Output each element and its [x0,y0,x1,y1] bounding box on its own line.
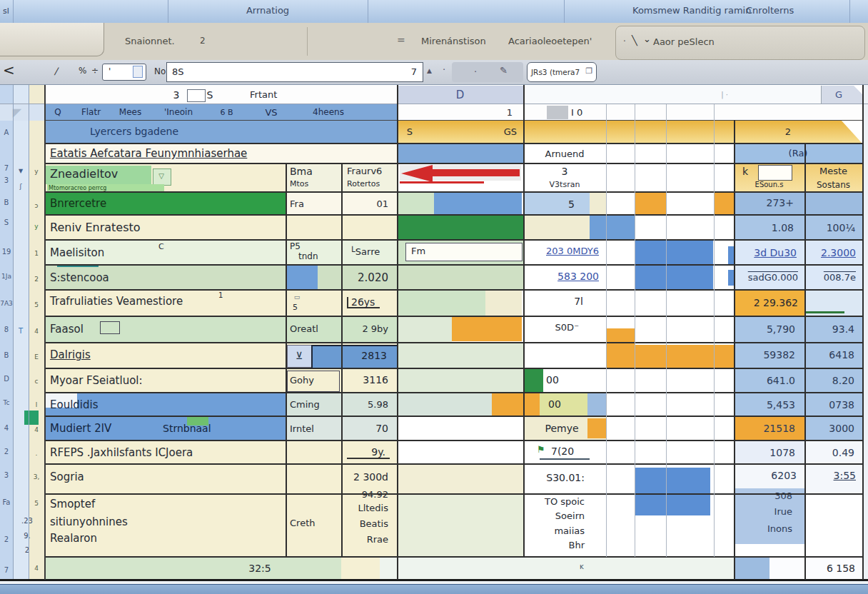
section-title[interactable]: Lyercers bgadene [90,120,290,144]
ribbon-menu1[interactable]: Mirenánstison [421,36,486,46]
dropdown-icon[interactable]: ▽ [153,169,170,183]
row-label-sstencooa[interactable]: S:stencooa [50,266,193,290]
cell[interactable]: V3tsran [523,178,606,191]
row-header[interactable]: D [0,373,13,385]
cell[interactable]: 00 [531,369,574,391]
col-header-d[interactable]: D [397,86,523,104]
cell-selected-value[interactable]: 2813 [311,345,391,366]
cell[interactable]: 00 [523,393,586,416]
cell[interactable]: 0.49 [804,441,859,464]
cell[interactable]: 100¼ [804,216,859,240]
row-header[interactable]: B [0,197,13,208]
row-label-maelisiton[interactable]: Maelisiton [50,241,164,265]
filter-label[interactable]: Zneadieltov [50,165,150,183]
cell[interactable]: S30.01: [523,468,589,487]
cell[interactable]: 2 29.362 [734,291,802,315]
row-header[interactable]: 9. [13,530,41,542]
row-header[interactable]: 2 [0,446,13,458]
cell[interactable]: 5.98 [341,393,393,416]
percent-icon[interactable]: % [79,66,86,76]
cell[interactable]: I 0 [571,105,604,120]
row-label-bnrercetre[interactable]: Bnrercetre [50,193,207,215]
row-header[interactable]: B [0,350,13,361]
row-label-myoar[interactable]: Myoar FSeiatluol: [50,369,214,393]
cell[interactable]: S [401,120,418,144]
cell-sostans[interactable]: Sostans [804,178,862,191]
formula-input[interactable]: 8S 7 [166,62,423,82]
cell[interactable]: 2.3000 [804,241,860,265]
row-header[interactable]: Fa [0,497,13,508]
row-header[interactable]: 2 [13,545,41,556]
cell[interactable]: 641.0 [734,369,799,393]
name-box[interactable]: ' [102,64,146,81]
cell[interactable]: 2.020 [341,266,393,290]
row-label-trafruliaties[interactable]: Trafruliaties Veamestiore [50,291,236,312]
cell[interactable]: 1 [397,104,517,121]
row-header[interactable]: 7A3 [0,298,13,309]
cell[interactable]: 583 200 [523,268,603,285]
cell[interactable]: sadG0.000 [734,266,802,290]
row-header[interactable]: Tc [0,397,13,408]
ribbon-action-label[interactable]: Aaor peSlecn [653,36,715,47]
row-header[interactable]: 8 [0,324,13,336]
cell[interactable]: Creth [290,514,337,533]
cell-total[interactable]: 6 158 [801,558,859,579]
bottom-scroll-bar[interactable] [0,584,868,594]
cell[interactable]: 6203 [734,466,801,485]
row-label-faasol[interactable]: Faasol [50,317,121,341]
cell[interactable]: 3 [523,163,606,179]
tab-mees[interactable]: Mees [111,104,150,121]
cell-total[interactable]: 32:5 [240,558,280,579]
cell[interactable]: 008.7e [804,266,860,290]
ribbon-menu2[interactable]: Acariaoleoetepen' [508,36,592,46]
tab-4heens[interactable]: 4heens [296,104,360,121]
cell[interactable]: 3116 [341,369,393,391]
cell[interactable]: TO spoic [523,494,589,510]
row-header[interactable]: 3 [0,175,13,186]
glyph[interactable]: ⊻ [288,346,310,366]
row-header[interactable]: S [0,217,13,228]
row-header[interactable]: 7 [0,163,13,174]
tab-ineoin[interactable]: 'Ineoin [150,104,207,121]
cell[interactable]: Inons [734,521,797,537]
row-header[interactable]: 4 [0,423,13,434]
cell[interactable]: Gohy [290,369,335,391]
cell[interactable]: 7l [523,293,587,310]
superscript[interactable]: 1 [218,290,227,301]
cell[interactable]: ESoun.s [734,179,804,191]
cell[interactable]: Bhr [523,538,589,553]
cell[interactable]: 5 [523,194,579,214]
col-header-g[interactable]: G [821,86,857,104]
cell[interactable]: 3000 [804,417,859,441]
cell[interactable]: 2 [775,120,801,144]
superscript[interactable]: C [158,241,168,253]
cell[interactable]: 70 [341,417,393,441]
cell-fm[interactable]: Fm [411,243,440,260]
cell[interactable]: Irntel [290,417,337,441]
cell[interactable]: maiias [523,523,589,539]
reference-box[interactable]: JRs3 (tmera7 ❐ [527,62,597,82]
menu-komsmew[interactable]: Komsmew Randitig ramin [632,5,751,16]
ribbon-group1-label[interactable]: Snaionnet. [125,36,175,46]
divide-icon[interactable]: ÷ [91,66,99,76]
cell[interactable]: 3:55 [804,466,860,485]
ribbon-left-panel[interactable] [0,23,104,56]
col-title-arnuend[interactable]: Arnuend [523,144,606,163]
cell[interactable]: 01 [341,193,393,215]
cell[interactable]: 6418 [804,343,859,367]
row-label-mudiert[interactable]: Mudiert 2lV [50,417,164,441]
row-header[interactable]: .23 [13,515,41,527]
cell-k[interactable]: k [742,163,755,179]
row-label-rfeps[interactable]: RFEPS .Jaxhilsfants ICJoera [50,441,257,464]
row-header[interactable]: 2 [0,534,13,545]
cell-rotertos[interactable]: Rotertos [347,178,395,191]
row-label-sogria[interactable]: Sogria [50,465,136,489]
tab-arrnatiog[interactable]: Arrnatiog [228,5,307,16]
cell[interactable]: 21518 [734,417,799,441]
cell[interactable]: tndn [298,250,331,263]
cell[interactable]: 308 [734,488,797,504]
cell-meste[interactable]: Meste [804,163,862,179]
row-label-realaron[interactable]: Realaron [50,529,164,548]
cell[interactable]: Pemye [523,417,600,441]
tab-q[interactable]: Q [44,104,71,121]
